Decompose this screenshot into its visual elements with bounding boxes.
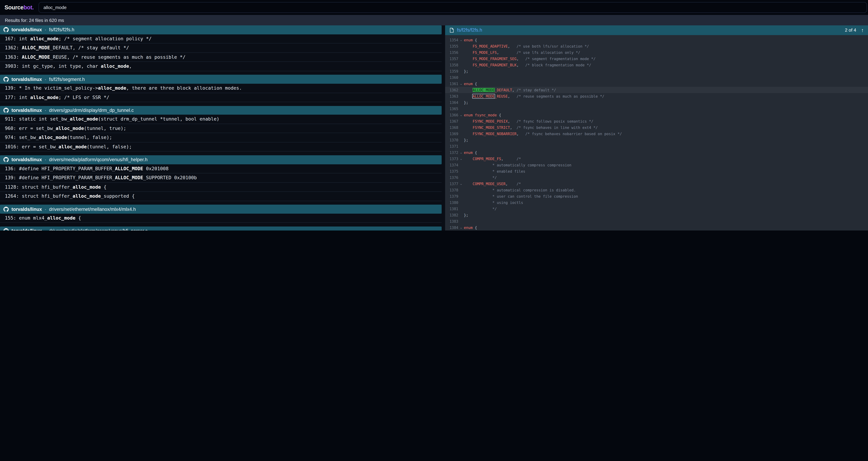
results-summary-bar: Results for: 24 files in 620 ms [0,15,868,25]
github-icon [3,157,9,163]
result-file-header[interactable]: torvalds/linux·drivers/media/platform/qc… [0,227,442,231]
code-text: FS_MODE_FRAGMENT_SEG, /* segment fragmen… [464,55,596,62]
line-number[interactable]: 1379 [445,193,458,199]
sourcebot-logo[interactable]: Sourcebot. [4,4,34,11]
line-number[interactable]: 1370 [445,137,458,143]
line-number[interactable]: 1373 [445,155,458,162]
line-number[interactable]: 1372 [445,149,458,155]
result-file-header[interactable]: torvalds/linux·fs/f2fs/segment.h [0,75,442,84]
line-number[interactable]: 1357 [445,55,458,62]
code-text: enum { [464,224,477,231]
line-number[interactable]: 1381 [445,205,458,212]
match-row[interactable]: 960: err = set_bw_alloc_mode(tunnel, tru… [0,124,442,133]
fold-gutter [458,137,464,143]
main-split: torvalds/linux·fs/f2fs/f2fs.h167: int al… [0,25,868,231]
fold-chevron-icon[interactable]: ⌄ [458,112,464,118]
repo-name: torvalds/linux [11,206,42,212]
result-file-header[interactable]: torvalds/linux·drivers/gpu/drm/display/d… [0,106,442,115]
match-row[interactable]: 911: static int set_bw_alloc_mode(struct… [0,115,442,124]
line-number[interactable]: 1360 [445,74,458,80]
line-number[interactable]: 1378 [445,187,458,193]
code-line: 1359}; [445,68,868,74]
match-row[interactable]: 1362: ALLOC_MODE_DEFAULT, /* stay defaul… [0,44,442,53]
line-number[interactable]: 1376 [445,174,458,180]
line-number[interactable]: 1377 [445,180,458,187]
match-row[interactable]: 1264: struct hfi_buffer_alloc_mode_suppo… [0,192,442,201]
line-number[interactable]: 1380 [445,199,458,205]
repo-name: torvalds/linux [11,228,42,231]
github-icon [3,206,9,212]
line-number[interactable]: 1355 [445,43,458,49]
code-line: 1382}; [445,212,868,218]
line-number[interactable]: 1366 [445,112,458,118]
code-text: * enabled files [464,168,525,174]
line-number[interactable]: 1374 [445,162,458,168]
match-row[interactable]: 167: int alloc_mode; /* segment allocati… [0,34,442,44]
fold-chevron-icon[interactable]: ⌄ [458,155,464,162]
line-number[interactable]: 1375 [445,168,458,174]
code-text: FSYNC_MODE_POSIX, /* fsync follows posix… [464,118,593,124]
code-text: * user can control the file compression [464,193,578,199]
line-number[interactable]: 1363 [445,93,458,99]
github-icon [3,77,9,82]
match-row[interactable]: 155: enum mlx4_alloc_mode { [0,214,442,223]
line-number[interactable]: 1382 [445,212,458,218]
logo-bot-text: bot. [24,4,34,10]
fold-gutter [458,49,464,55]
code-line: 1384⌄enum { [445,224,868,231]
pane-divider[interactable] [442,25,445,231]
line-number[interactable]: 1362 [445,87,458,93]
github-icon [3,228,9,231]
arrow-up-icon[interactable]: ↑ [859,28,866,33]
match-position-label: 2 of 4 [845,28,856,33]
result-block: torvalds/linux·fs/f2fs/segment.h139: * I… [0,75,442,102]
repo-name: torvalds/linux [11,27,42,32]
file-path: drivers/gpu/drm/display/drm_dp_tunnel.c [49,108,134,113]
results-summary-text: Results for: 24 files in 620 ms [5,18,64,23]
line-number[interactable]: 1354 [445,37,458,43]
line-number[interactable]: 1358 [445,62,458,68]
result-block: torvalds/linux·drivers/media/platform/qc… [0,155,442,201]
line-number[interactable]: 1364 [445,99,458,106]
match-row[interactable]: 1128: struct hfi_buffer_alloc_mode { [0,182,442,192]
preview-file-path-link[interactable]: fs/f2fs/f2fs.h [457,28,482,33]
code-line: 1355 FS_MODE_ADAPTIVE, /* use both lfs/s… [445,43,868,49]
fold-chevron-icon[interactable]: ⌄ [458,80,464,87]
code-text: enum { [464,149,477,155]
code-line: 1366⌄enum fsync_mode { [445,112,868,118]
fold-gutter [458,193,464,199]
result-file-header[interactable]: torvalds/linux·drivers/media/platform/qc… [0,155,442,164]
search-input[interactable] [38,2,867,13]
match-row[interactable]: 1016: err = set_bw_alloc_mode(tunnel, fa… [0,142,442,152]
code-text: enum { [464,80,477,87]
file-path: drivers/media/platform/qcom/venus/hfi_he… [49,157,148,163]
line-number[interactable]: 1365 [445,106,458,112]
line-number[interactable]: 1359 [445,68,458,74]
line-number[interactable]: 1361 [445,80,458,87]
code-line: 1371 [445,143,868,149]
match-row[interactable]: 139: #define HFI_PROPERTY_PARAM_BUFFER_A… [0,173,442,182]
line-number[interactable]: 1356 [445,49,458,55]
code-line: 1380 * using ioctls [445,199,868,205]
match-row[interactable]: 139: * In the victim_sel_policy->alloc_m… [0,84,442,93]
fold-chevron-icon[interactable]: ⌄ [458,224,464,231]
match-row[interactable]: 136: #define HFI_PROPERTY_PARAM_BUFFER_A… [0,164,442,173]
preview-header: fs/f2fs/f2fs.h 2 of 4 ↑ ↓ × [445,25,868,35]
line-number[interactable]: 1369 [445,131,458,137]
match-row[interactable]: 3903: int gc_type, int type, char alloc_… [0,62,442,71]
match-row[interactable]: 974: set_bw_alloc_mode(tunnel, false); [0,133,442,142]
line-number[interactable]: 1384 [445,224,458,231]
line-number[interactable]: 1367 [445,118,458,124]
fold-chevron-icon[interactable]: ⌄ [458,37,464,43]
line-number[interactable]: 1368 [445,124,458,131]
file-path: fs/f2fs/segment.h [49,77,85,82]
fold-chevron-icon[interactable]: ⌄ [458,149,464,155]
result-file-header[interactable]: torvalds/linux·fs/f2fs/f2fs.h [0,25,442,34]
code-line: 1370}; [445,137,868,143]
match-row[interactable]: 177: int alloc_mode; /* LFS or SSR */ [0,93,442,102]
match-row[interactable]: 1363: ALLOC_MODE_REUSE, /* reuse segment… [0,53,442,62]
line-number[interactable]: 1371 [445,143,458,149]
fold-chevron-icon[interactable]: ⌄ [458,180,464,187]
result-file-header[interactable]: torvalds/linux·drivers/net/ethernet/mell… [0,205,442,214]
line-number[interactable]: 1383 [445,218,458,224]
